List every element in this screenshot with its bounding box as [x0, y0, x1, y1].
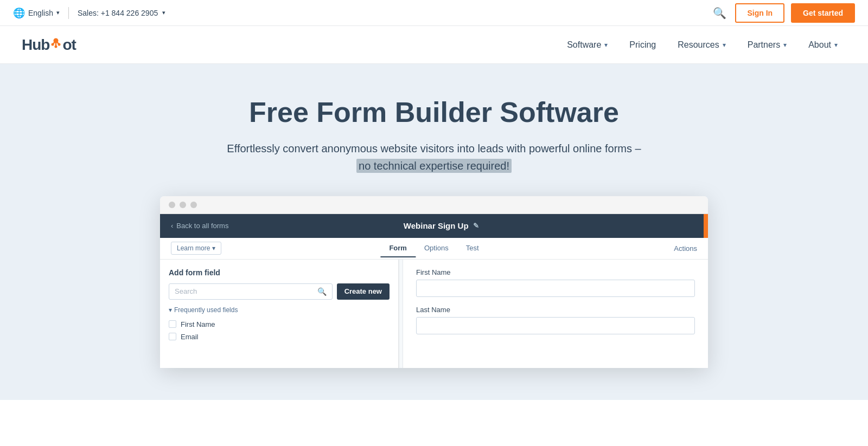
tab-test[interactable]: Test	[457, 240, 488, 257]
top-bar-right: 🔍 Sign In Get started	[711, 3, 855, 23]
svg-point-5	[58, 43, 61, 46]
orange-accent-bar	[704, 214, 708, 238]
browser-chrome	[160, 196, 708, 214]
back-chevron-icon: ‹	[171, 222, 173, 230]
software-chevron-icon: ▾	[604, 41, 608, 49]
nav-bar: Hub ot Software ▾ Pricing Resources	[0, 26, 868, 64]
app-sidebar: Add form field Search 🔍 Create new ▾ Fre…	[160, 260, 399, 368]
field-item-email: Email	[169, 331, 390, 343]
search-field[interactable]: Search 🔍	[169, 283, 333, 300]
sales-chevron-icon: ▾	[162, 9, 165, 16]
form-field-label-firstname: First Name	[416, 268, 695, 276]
svg-point-4	[52, 43, 54, 46]
edit-icon[interactable]: ✎	[473, 222, 479, 230]
search-button[interactable]: 🔍	[711, 4, 729, 22]
hero-subtitle-before: Effortlessly convert anonymous website v…	[227, 143, 641, 154]
nav-resources-label: Resources	[678, 40, 719, 50]
chevron-down-icon: ▾	[169, 306, 172, 314]
hero-title: Free Form Builder Software	[249, 96, 619, 129]
app-divider	[399, 260, 403, 368]
nav-item-resources[interactable]: Resources ▾	[669, 36, 734, 54]
app-subnav: Learn more ▾ Form Options Test Actions	[160, 238, 708, 260]
form-field-input-lastname[interactable]	[416, 317, 695, 334]
logo-text: Hub ot	[22, 36, 76, 54]
tab-options[interactable]: Options	[416, 240, 457, 257]
nav-about-label: About	[808, 40, 831, 50]
hubspot-logo[interactable]: Hub ot	[22, 36, 76, 54]
create-new-button[interactable]: Create new	[337, 283, 390, 300]
globe-icon: 🌐	[13, 7, 25, 19]
sales-info: Sales: +1 844 226 2905 ▾	[69, 9, 165, 17]
learn-more-label: Learn more	[177, 244, 210, 252]
app-body: Add form field Search 🔍 Create new ▾ Fre…	[160, 260, 708, 368]
back-link-label: Back to all forms	[176, 222, 228, 230]
form-field-group-firstname: First Name	[416, 268, 695, 297]
search-placeholder: Search	[175, 287, 197, 295]
actions-label: Actions	[674, 244, 697, 253]
app-title: Webinar Sign Up ✎	[404, 221, 479, 230]
hero-section: Free Form Builder Software Effortlessly …	[0, 64, 868, 400]
resources-chevron-icon: ▾	[723, 41, 726, 49]
nav-item-software[interactable]: Software ▾	[558, 36, 616, 54]
add-form-field-title: Add form field	[169, 268, 390, 277]
learn-more-button[interactable]: Learn more ▾	[171, 242, 221, 255]
sign-in-button[interactable]: Sign In	[735, 3, 784, 23]
app-form-area: First Name Last Name	[403, 260, 708, 368]
nav-item-about[interactable]: About ▾	[800, 36, 846, 54]
nav-item-pricing[interactable]: Pricing	[621, 36, 665, 54]
search-field-icon: 🔍	[317, 287, 327, 296]
hero-subtitle-highlight: no technical expertise required!	[356, 159, 512, 173]
tab-form[interactable]: Form	[380, 240, 416, 257]
language-selector[interactable]: 🌐 English ▾	[13, 7, 69, 19]
language-chevron-icon: ▾	[56, 9, 60, 16]
app-header: ‹ Back to all forms Webinar Sign Up ✎	[160, 214, 708, 238]
svg-point-6	[55, 45, 58, 48]
form-title-text: Webinar Sign Up	[404, 221, 469, 230]
field-checkbox-email[interactable]	[169, 333, 176, 340]
nav-links: Software ▾ Pricing Resources ▾ Partners …	[558, 36, 846, 54]
field-label-email: Email	[181, 333, 199, 341]
top-bar-left: 🌐 English ▾ Sales: +1 844 226 2905 ▾	[13, 7, 165, 19]
get-started-button[interactable]: Get started	[791, 3, 855, 23]
search-row: Search 🔍 Create new	[169, 283, 390, 300]
form-field-input-firstname[interactable]	[416, 280, 695, 297]
browser-window: ‹ Back to all forms Webinar Sign Up ✎ Le…	[160, 196, 708, 368]
browser-dot-2	[180, 202, 186, 208]
form-field-group-lastname: Last Name	[416, 306, 695, 334]
language-label: English	[28, 9, 53, 17]
tab-group: Form Options Test	[380, 240, 487, 257]
learn-more-chevron-icon: ▾	[212, 244, 215, 252]
nav-pricing-label: Pricing	[629, 40, 656, 50]
top-bar: 🌐 English ▾ Sales: +1 844 226 2905 ▾ 🔍 S…	[0, 0, 868, 26]
field-item-firstname: First Name	[169, 318, 390, 331]
frequently-used-section: ▾ Frequently used fields	[169, 306, 390, 314]
form-field-label-lastname: Last Name	[416, 306, 695, 314]
sales-label: Sales: +1 844 226 2905	[78, 9, 158, 17]
field-checkbox-firstname[interactable]	[169, 320, 176, 328]
frequently-used-label: Frequently used fields	[174, 306, 238, 314]
search-icon: 🔍	[713, 7, 726, 19]
hubspot-icon	[50, 37, 62, 49]
about-chevron-icon: ▾	[834, 41, 838, 49]
hero-subtitle: Effortlessly convert anonymous website v…	[222, 140, 646, 174]
nav-item-partners[interactable]: Partners ▾	[739, 36, 795, 54]
browser-dot-3	[190, 202, 197, 208]
browser-dot-1	[169, 202, 175, 208]
nav-partners-label: Partners	[748, 40, 780, 50]
field-label-firstname: First Name	[181, 320, 215, 328]
back-to-forms-link[interactable]: ‹ Back to all forms	[171, 222, 228, 230]
nav-software-label: Software	[567, 40, 601, 50]
partners-chevron-icon: ▾	[783, 41, 787, 49]
